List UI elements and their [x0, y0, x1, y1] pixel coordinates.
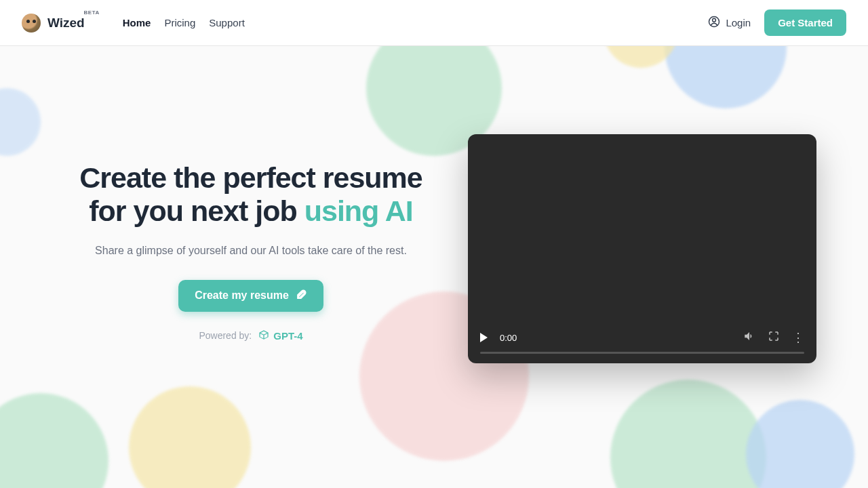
get-started-button[interactable]: Get Started: [764, 9, 846, 36]
header-actions: Login Get Started: [708, 9, 846, 36]
bg-circle: [610, 380, 766, 488]
bg-circle: [746, 400, 854, 488]
logo[interactable]: Wized BETA: [22, 14, 85, 33]
header: Wized BETA Home Pricing Support Login Ge…: [0, 0, 868, 46]
hero-content: Create the perfect resume for you next j…: [61, 134, 441, 342]
nav-support[interactable]: Support: [209, 17, 245, 28]
powered-label: Powered by:: [199, 330, 252, 341]
hero-title-highlight: using AI: [304, 195, 413, 227]
beta-badge: BETA: [84, 9, 100, 16]
fullscreen-icon[interactable]: [768, 330, 780, 345]
powered-by: Powered by: GPT-4: [61, 329, 441, 342]
play-icon[interactable]: [480, 333, 488, 342]
create-resume-label: Create my resume: [195, 289, 289, 302]
feather-icon: [296, 289, 307, 303]
login-link[interactable]: Login: [708, 16, 751, 30]
user-icon: [708, 16, 720, 30]
hero-subtitle: Share a glimpse of yourself and our AI t…: [61, 245, 441, 257]
volume-icon[interactable]: [743, 330, 755, 345]
hero-section: Create the perfect resume for you next j…: [0, 46, 868, 363]
hero-title: Create the perfect resume for you next j…: [61, 161, 441, 228]
gpt-model-label: GPT-4: [273, 330, 302, 342]
nav-pricing[interactable]: Pricing: [164, 17, 195, 28]
video-time: 0:00: [500, 333, 517, 343]
cube-icon: [258, 329, 269, 342]
create-resume-button[interactable]: Create my resume: [178, 280, 323, 312]
bg-circle: [0, 393, 108, 488]
brand-name: Wized: [47, 16, 85, 30]
video-progress[interactable]: [480, 352, 804, 354]
nav-home[interactable]: Home: [123, 17, 151, 28]
demo-video[interactable]: 0:00 ⋮: [468, 134, 816, 363]
bg-circle: [129, 386, 251, 488]
logo-icon: [22, 14, 41, 33]
video-controls: 0:00 ⋮: [468, 323, 816, 363]
svg-point-1: [713, 18, 716, 22]
main-nav: Home Pricing Support: [123, 17, 245, 28]
login-label: Login: [726, 17, 751, 28]
more-icon[interactable]: ⋮: [792, 331, 804, 344]
gpt-badge: GPT-4: [258, 329, 302, 342]
